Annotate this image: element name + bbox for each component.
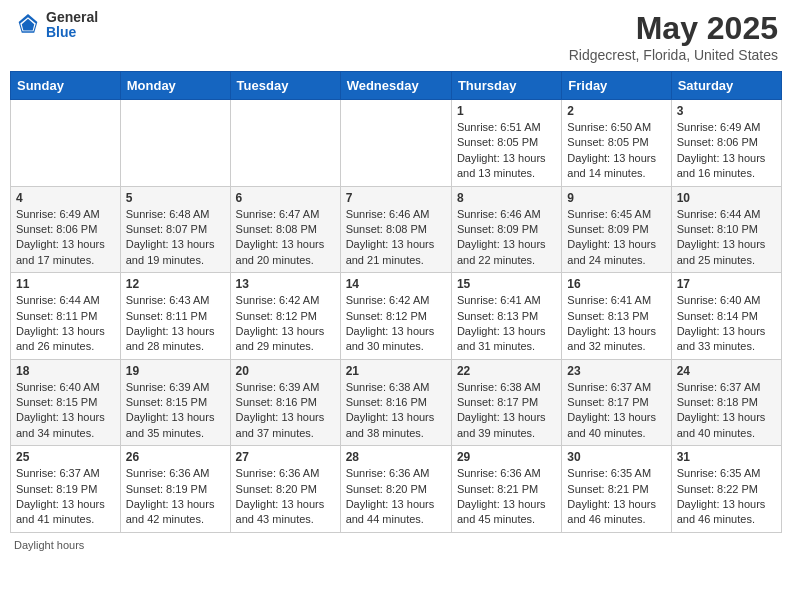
calendar-cell: 17Sunrise: 6:40 AM Sunset: 8:14 PM Dayli… — [671, 273, 781, 360]
calendar-cell: 30Sunrise: 6:35 AM Sunset: 8:21 PM Dayli… — [562, 446, 671, 533]
calendar-cell: 18Sunrise: 6:40 AM Sunset: 8:15 PM Dayli… — [11, 359, 121, 446]
calendar-cell: 19Sunrise: 6:39 AM Sunset: 8:15 PM Dayli… — [120, 359, 230, 446]
day-number: 7 — [346, 191, 446, 205]
day-info: Sunrise: 6:37 AM Sunset: 8:17 PM Dayligh… — [567, 380, 665, 442]
day-number: 3 — [677, 104, 776, 118]
day-number: 25 — [16, 450, 115, 464]
logo: General Blue — [14, 10, 98, 41]
page-header: General Blue May 2025 Ridgecrest, Florid… — [10, 10, 782, 63]
day-number: 5 — [126, 191, 225, 205]
day-number: 2 — [567, 104, 665, 118]
calendar-cell: 6Sunrise: 6:47 AM Sunset: 8:08 PM Daylig… — [230, 186, 340, 273]
day-number: 10 — [677, 191, 776, 205]
day-number: 16 — [567, 277, 665, 291]
day-info: Sunrise: 6:40 AM Sunset: 8:14 PM Dayligh… — [677, 293, 776, 355]
logo-text: General Blue — [46, 10, 98, 41]
footer: Daylight hours — [10, 539, 782, 551]
logo-general-text: General — [46, 10, 98, 25]
weekday-header-tuesday: Tuesday — [230, 72, 340, 100]
day-number: 12 — [126, 277, 225, 291]
day-info: Sunrise: 6:47 AM Sunset: 8:08 PM Dayligh… — [236, 207, 335, 269]
day-number: 20 — [236, 364, 335, 378]
day-info: Sunrise: 6:41 AM Sunset: 8:13 PM Dayligh… — [457, 293, 556, 355]
day-info: Sunrise: 6:46 AM Sunset: 8:09 PM Dayligh… — [457, 207, 556, 269]
calendar-cell: 13Sunrise: 6:42 AM Sunset: 8:12 PM Dayli… — [230, 273, 340, 360]
day-info: Sunrise: 6:48 AM Sunset: 8:07 PM Dayligh… — [126, 207, 225, 269]
weekday-header-monday: Monday — [120, 72, 230, 100]
day-number: 18 — [16, 364, 115, 378]
calendar-cell: 29Sunrise: 6:36 AM Sunset: 8:21 PM Dayli… — [451, 446, 561, 533]
calendar-cell: 24Sunrise: 6:37 AM Sunset: 8:18 PM Dayli… — [671, 359, 781, 446]
calendar-cell: 22Sunrise: 6:38 AM Sunset: 8:17 PM Dayli… — [451, 359, 561, 446]
day-number: 21 — [346, 364, 446, 378]
day-number: 1 — [457, 104, 556, 118]
day-number: 29 — [457, 450, 556, 464]
calendar-cell: 25Sunrise: 6:37 AM Sunset: 8:19 PM Dayli… — [11, 446, 121, 533]
day-number: 17 — [677, 277, 776, 291]
day-info: Sunrise: 6:51 AM Sunset: 8:05 PM Dayligh… — [457, 120, 556, 182]
day-info: Sunrise: 6:35 AM Sunset: 8:21 PM Dayligh… — [567, 466, 665, 528]
calendar-cell: 1Sunrise: 6:51 AM Sunset: 8:05 PM Daylig… — [451, 100, 561, 187]
calendar-cell: 28Sunrise: 6:36 AM Sunset: 8:20 PM Dayli… — [340, 446, 451, 533]
day-info: Sunrise: 6:39 AM Sunset: 8:16 PM Dayligh… — [236, 380, 335, 442]
calendar-cell: 16Sunrise: 6:41 AM Sunset: 8:13 PM Dayli… — [562, 273, 671, 360]
day-number: 11 — [16, 277, 115, 291]
day-number: 24 — [677, 364, 776, 378]
calendar-cell: 20Sunrise: 6:39 AM Sunset: 8:16 PM Dayli… — [230, 359, 340, 446]
day-number: 19 — [126, 364, 225, 378]
day-info: Sunrise: 6:42 AM Sunset: 8:12 PM Dayligh… — [346, 293, 446, 355]
week-row-4: 18Sunrise: 6:40 AM Sunset: 8:15 PM Dayli… — [11, 359, 782, 446]
logo-blue-text: Blue — [46, 25, 98, 40]
week-row-2: 4Sunrise: 6:49 AM Sunset: 8:06 PM Daylig… — [11, 186, 782, 273]
day-number: 28 — [346, 450, 446, 464]
calendar-cell: 11Sunrise: 6:44 AM Sunset: 8:11 PM Dayli… — [11, 273, 121, 360]
weekday-header-saturday: Saturday — [671, 72, 781, 100]
calendar-cell: 27Sunrise: 6:36 AM Sunset: 8:20 PM Dayli… — [230, 446, 340, 533]
day-number: 31 — [677, 450, 776, 464]
calendar-cell: 14Sunrise: 6:42 AM Sunset: 8:12 PM Dayli… — [340, 273, 451, 360]
day-info: Sunrise: 6:40 AM Sunset: 8:15 PM Dayligh… — [16, 380, 115, 442]
weekday-header-thursday: Thursday — [451, 72, 561, 100]
day-number: 22 — [457, 364, 556, 378]
calendar-cell: 2Sunrise: 6:50 AM Sunset: 8:05 PM Daylig… — [562, 100, 671, 187]
weekday-header-sunday: Sunday — [11, 72, 121, 100]
calendar-cell: 21Sunrise: 6:38 AM Sunset: 8:16 PM Dayli… — [340, 359, 451, 446]
day-info: Sunrise: 6:37 AM Sunset: 8:18 PM Dayligh… — [677, 380, 776, 442]
day-number: 26 — [126, 450, 225, 464]
logo-icon — [14, 11, 42, 39]
day-info: Sunrise: 6:45 AM Sunset: 8:09 PM Dayligh… — [567, 207, 665, 269]
weekday-header-row: SundayMondayTuesdayWednesdayThursdayFrid… — [11, 72, 782, 100]
weekday-header-friday: Friday — [562, 72, 671, 100]
day-number: 6 — [236, 191, 335, 205]
calendar-cell: 7Sunrise: 6:46 AM Sunset: 8:08 PM Daylig… — [340, 186, 451, 273]
day-info: Sunrise: 6:44 AM Sunset: 8:10 PM Dayligh… — [677, 207, 776, 269]
calendar-cell — [11, 100, 121, 187]
calendar-cell: 10Sunrise: 6:44 AM Sunset: 8:10 PM Dayli… — [671, 186, 781, 273]
day-info: Sunrise: 6:38 AM Sunset: 8:16 PM Dayligh… — [346, 380, 446, 442]
day-number: 30 — [567, 450, 665, 464]
calendar-cell: 23Sunrise: 6:37 AM Sunset: 8:17 PM Dayli… — [562, 359, 671, 446]
day-info: Sunrise: 6:42 AM Sunset: 8:12 PM Dayligh… — [236, 293, 335, 355]
day-info: Sunrise: 6:39 AM Sunset: 8:15 PM Dayligh… — [126, 380, 225, 442]
day-number: 9 — [567, 191, 665, 205]
day-number: 4 — [16, 191, 115, 205]
calendar-cell: 31Sunrise: 6:35 AM Sunset: 8:22 PM Dayli… — [671, 446, 781, 533]
day-info: Sunrise: 6:36 AM Sunset: 8:21 PM Dayligh… — [457, 466, 556, 528]
calendar-cell: 5Sunrise: 6:48 AM Sunset: 8:07 PM Daylig… — [120, 186, 230, 273]
day-info: Sunrise: 6:46 AM Sunset: 8:08 PM Dayligh… — [346, 207, 446, 269]
location: Ridgecrest, Florida, United States — [569, 47, 778, 63]
calendar-cell — [230, 100, 340, 187]
day-number: 13 — [236, 277, 335, 291]
calendar-cell: 9Sunrise: 6:45 AM Sunset: 8:09 PM Daylig… — [562, 186, 671, 273]
calendar-cell: 12Sunrise: 6:43 AM Sunset: 8:11 PM Dayli… — [120, 273, 230, 360]
day-info: Sunrise: 6:43 AM Sunset: 8:11 PM Dayligh… — [126, 293, 225, 355]
calendar-cell: 3Sunrise: 6:49 AM Sunset: 8:06 PM Daylig… — [671, 100, 781, 187]
weekday-header-wednesday: Wednesday — [340, 72, 451, 100]
day-info: Sunrise: 6:49 AM Sunset: 8:06 PM Dayligh… — [677, 120, 776, 182]
day-number: 8 — [457, 191, 556, 205]
day-info: Sunrise: 6:36 AM Sunset: 8:20 PM Dayligh… — [236, 466, 335, 528]
day-info: Sunrise: 6:38 AM Sunset: 8:17 PM Dayligh… — [457, 380, 556, 442]
day-info: Sunrise: 6:36 AM Sunset: 8:20 PM Dayligh… — [346, 466, 446, 528]
month-title: May 2025 — [569, 10, 778, 47]
calendar-cell — [340, 100, 451, 187]
